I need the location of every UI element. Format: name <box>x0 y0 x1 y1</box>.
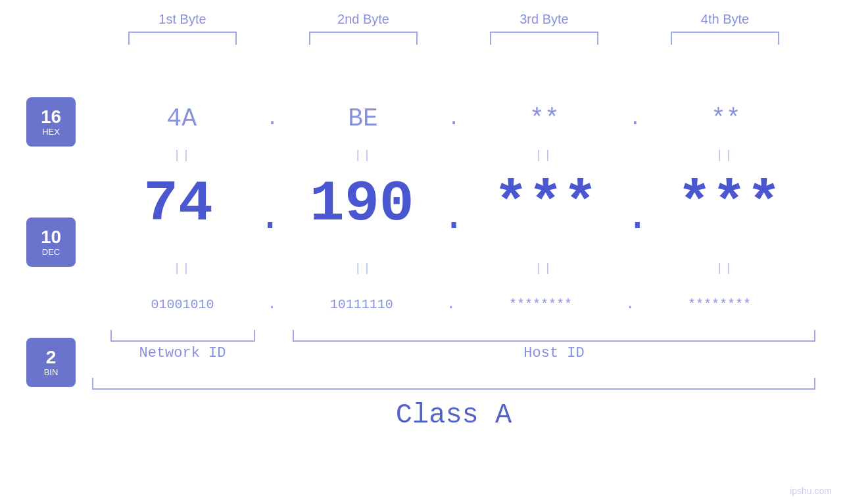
eq-2-1: || <box>92 262 273 275</box>
hex-val-4: ** <box>636 104 815 133</box>
eq-1-2: || <box>273 149 454 162</box>
byte-header-1: 1st Byte <box>92 12 273 27</box>
network-id-bracket <box>110 330 255 342</box>
eq-2-4: || <box>635 262 815 275</box>
byte-header-4: 4th Byte <box>635 12 815 27</box>
equals-row-2: || || || || <box>92 256 815 279</box>
bin-val-2: 10111110 <box>271 297 452 312</box>
host-id-bracket <box>293 330 815 342</box>
dec-val-3: *** <box>460 172 632 237</box>
bin-badge: 2 BIN <box>26 338 76 387</box>
dec-row: 74 . 190 . *** . *** <box>92 168 815 240</box>
page-container: 1st Byte 2nd Byte 3rd Byte 4th Byte 16 H… <box>0 0 845 504</box>
bracket-top-1 <box>128 32 237 45</box>
eq-1-4: || <box>635 149 815 162</box>
bin-row: 01001010 . 10111110 . ******** . *******… <box>92 281 815 327</box>
eq-2-3: || <box>454 262 635 275</box>
dec-val-1: 74 <box>92 172 264 237</box>
bin-val-4: ******** <box>629 297 810 312</box>
class-label: Class A <box>92 400 815 431</box>
byte-header-3: 3rd Byte <box>454 12 635 27</box>
bracket-top-2 <box>309 32 418 45</box>
eq-2-2: || <box>273 262 454 275</box>
hex-badge: 16 HEX <box>26 97 76 147</box>
byte-header-2: 2nd Byte <box>273 12 454 27</box>
byte-headers-row: 1st Byte 2nd Byte 3rd Byte 4th Byte <box>92 12 815 27</box>
host-id-label: Host ID <box>293 345 815 361</box>
top-brackets <box>92 32 815 45</box>
dec-val-4: *** <box>643 172 815 237</box>
class-bracket <box>92 378 815 390</box>
dec-val-2: 190 <box>276 172 448 237</box>
bracket-top-4 <box>671 32 779 45</box>
network-id-label: Network ID <box>92 345 273 361</box>
bottom-brackets-row <box>92 330 815 342</box>
eq-1-1: || <box>92 149 273 162</box>
base-labels-column: 16 HEX 10 DEC 2 BIN <box>26 97 76 387</box>
bin-val-3: ******** <box>450 297 631 312</box>
id-labels-row: Network ID Host ID <box>92 345 815 361</box>
hex-val-3: ** <box>455 104 635 133</box>
bracket-top-3 <box>490 32 598 45</box>
hex-val-2: BE <box>274 104 453 133</box>
equals-row-1: || || || || <box>92 143 815 166</box>
bin-val-1: 01001010 <box>92 297 273 312</box>
class-bracket-container <box>92 378 815 390</box>
hex-row: 4A . BE . ** . ** <box>92 92 815 145</box>
dec-badge: 10 DEC <box>26 218 76 267</box>
hex-val-1: 4A <box>92 104 272 133</box>
eq-1-3: || <box>454 149 635 162</box>
watermark: ipshu.com <box>790 486 832 496</box>
